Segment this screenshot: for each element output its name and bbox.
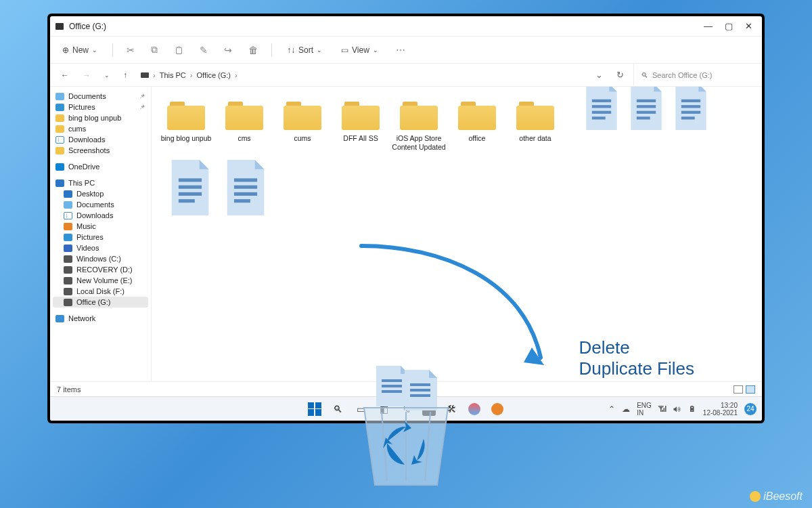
svg-rect-23 [410,383,430,386]
svg-rect-18 [234,192,257,196]
bee-icon [750,491,761,502]
sidebar-item[interactable]: Local Disk (F:) [53,286,148,297]
folder-item[interactable]: cms [215,96,273,155]
breadcrumb-location[interactable]: Office (G:) [196,71,231,79]
ic-pic-icon [64,234,72,241]
sort-button[interactable]: ↑↓ Sort ⌄ [283,43,326,58]
svg-rect-15 [179,199,195,203]
chevron-up-icon[interactable]: ⌃ [608,404,615,414]
svg-rect-21 [382,385,402,387]
more-icon[interactable]: ⋯ [393,43,408,57]
svg-rect-17 [234,186,257,189]
svg-rect-6 [637,111,656,114]
onedrive-tray-icon[interactable]: ☁ [622,404,630,414]
recent-dropdown[interactable]: ⌄ [100,70,114,81]
plus-icon: ⊕ [62,45,69,55]
app-icon[interactable] [490,402,505,417]
folder-item[interactable]: other data [506,96,564,155]
app-icon[interactable] [467,402,482,417]
folder-icon [225,100,263,130]
rename-icon[interactable]: ✎ [197,43,210,57]
cut-icon[interactable]: ✂ [124,43,137,57]
ic-music-icon [64,223,72,230]
search-button[interactable]: 🔍︎ [330,402,345,417]
svg-rect-8 [681,100,700,102]
forward-button[interactable]: → [78,68,95,82]
share-icon[interactable]: ↪ [221,43,235,57]
sidebar-item[interactable]: RECOVERY (D:) [53,264,148,275]
command-bar: ⊕ New ⌄ ✂ ⧉ 📋︎ ✎ ↪ 🗑︎ ↑↓ Sort ⌄ ▭ View ⌄… [50,37,762,64]
new-button[interactable]: ⊕ New ⌄ [58,43,102,58]
notification-badge[interactable]: 24 [744,403,757,415]
folder-icon [284,100,321,130]
maximize-button[interactable]: ▢ [725,21,733,31]
ic-pic-icon [55,104,64,111]
sidebar-item[interactable]: Videos [53,242,148,253]
dropdown-icon[interactable]: ⌄ [591,68,607,81]
close-button[interactable]: ✕ [745,21,752,31]
window-title: Office (G:) [69,22,106,31]
ic-drive-icon [64,266,72,274]
sidebar-item[interactable]: Windows (C:) [53,253,148,264]
sort-icon: ↑↓ [287,45,295,55]
copy-icon[interactable]: ⧉ [148,43,160,57]
folder-item[interactable]: bing blog unpub [157,96,215,155]
chevron-down-icon: ⌄ [92,47,97,54]
sidebar-item[interactable]: Office (G:) [53,297,148,308]
ic-dl-icon [55,136,64,144]
volume-icon[interactable]: 🔊︎ [673,404,681,414]
sidebar-item[interactable]: Screenshots [53,145,148,156]
sidebar-item[interactable]: OneDrive [53,161,148,172]
sidebar-item[interactable]: This PC [53,177,148,188]
folder-item[interactable]: DFF All SS [332,96,390,155]
sidebar-item[interactable]: Network [53,313,148,324]
up-button[interactable]: ↑ [119,68,131,82]
clock[interactable]: 13:2012-08-2021 [703,402,738,417]
sidebar-item[interactable]: bing blog unpub [53,112,148,123]
system-tray[interactable]: ⌃ ☁ ENGIN 📶︎ 🔊︎ 🔋︎ 13:2012-08-2021 24 [608,402,757,417]
svg-rect-7 [637,117,650,119]
sidebar-item[interactable]: Desktop [53,188,148,199]
view-button[interactable]: ▭ View ⌄ [337,43,382,58]
ic-pc-icon [55,179,64,187]
paste-icon[interactable]: 📋︎ [171,43,186,57]
ic-drive-icon [64,255,72,263]
pin-icon: 📌︎ [139,104,145,110]
file-list[interactable]: bing blog unpubcmscumsDFF All SSiOS App … [152,87,762,381]
sidebar-item[interactable]: Documents📌︎ [53,91,148,102]
file-icon [582,87,621,130]
sidebar-item[interactable]: cums [53,123,148,134]
language-indicator[interactable]: ENGIN [637,402,652,417]
minimize-button[interactable]: — [704,21,713,31]
refresh-icon[interactable]: ↻ [612,68,628,81]
title-bar: Office (G:) — ▢ ✕ [50,16,762,37]
start-button[interactable] [307,402,322,417]
folder-icon [400,100,438,130]
delete-icon[interactable]: 🗑︎ [246,43,261,57]
sidebar-item[interactable]: New Volume (E:) [53,275,148,286]
sidebar-item[interactable]: Music [53,221,148,232]
ic-drive-icon [64,288,72,295]
wifi-icon[interactable]: 📶︎ [658,404,667,414]
navigation-pane[interactable]: Documents📌︎Pictures📌︎bing blog unpubcums… [50,87,152,381]
sidebar-item[interactable]: Pictures📌︎ [53,102,148,112]
folder-item[interactable]: iOS App Store Content Updated [390,96,448,155]
sidebar-item[interactable]: Pictures [53,232,148,242]
breadcrumb[interactable]: › This PC › Office (G:) › [141,71,238,79]
back-button[interactable]: ← [57,68,73,82]
details-view-icon[interactable] [734,385,743,394]
svg-rect-9 [681,105,700,108]
sidebar-item[interactable]: Downloads [53,210,148,221]
sidebar-item[interactable]: Documents [53,199,148,210]
battery-icon[interactable]: 🔋︎ [688,404,696,414]
view-icon: ▭ [341,45,348,55]
svg-rect-20 [382,379,402,382]
file-icon [627,87,666,130]
search-input[interactable]: 🔍︎ Search Office (G:) [633,64,755,86]
ic-drive-icon [64,299,72,306]
folder-item[interactable]: cums [273,96,332,155]
breadcrumb-pc[interactable]: This PC [160,71,186,79]
thumbnails-view-icon[interactable] [746,385,755,394]
folder-item[interactable]: office [448,96,506,155]
sidebar-item[interactable]: Downloads [53,134,148,145]
